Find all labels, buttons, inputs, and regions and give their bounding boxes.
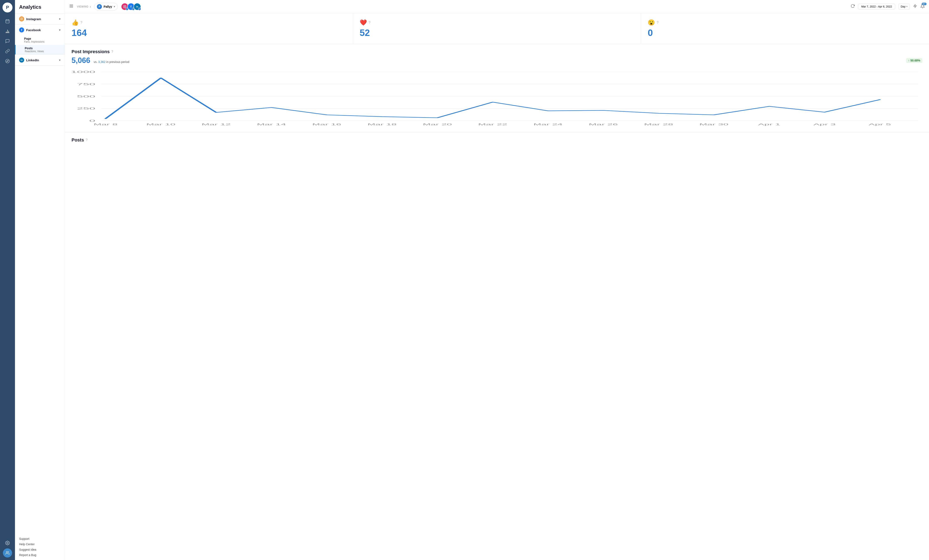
sidebar-section-linkedin: in LinkedIn ▾: [15, 55, 65, 66]
instagram-chevron-icon: ▾: [59, 17, 60, 21]
other-emoji: 😮: [648, 19, 655, 26]
svg-marker-21: [914, 5, 917, 8]
chart-prev-value: 3,362: [98, 60, 106, 64]
chat-icon[interactable]: [3, 37, 12, 46]
sidebar-item-facebook-page[interactable]: Page Fans, Impressions: [15, 35, 65, 45]
sidebar-section-facebook: f Facebook ▾ Page Fans, Impressions Post…: [15, 24, 65, 55]
report-bug-link[interactable]: Report a Bug: [19, 553, 60, 557]
linkedin-avatar[interactable]: in ✓: [133, 3, 141, 11]
instagram-platform-icon: [19, 17, 24, 21]
facebook-chevron-icon: ▾: [59, 28, 60, 32]
sidebar-item-facebook[interactable]: f Facebook ▾: [15, 24, 65, 35]
badge-arrow-icon: ↑: [908, 59, 910, 62]
metric-card-reactions: ❤️ ? 52: [353, 13, 641, 44]
page-title: Analytics: [19, 4, 60, 10]
svg-text:Mar 14: Mar 14: [257, 123, 286, 126]
likes-emoji: 👍: [72, 19, 79, 26]
line-chart: 1000 750 500 250 0 Mar 8 Ma: [72, 69, 922, 127]
account-dropdown-icon: ▾: [114, 5, 115, 8]
platform-avatars: ✓ f ✓ in ✓: [121, 3, 141, 11]
svg-text:Apr 5: Apr 5: [869, 123, 891, 126]
dashboard: 👍 ? 164 ❤️ ? 52 😮 ? 0: [65, 13, 929, 560]
linkedin-label: LinkedIn: [26, 58, 39, 62]
svg-rect-0: [6, 20, 9, 23]
refresh-icon[interactable]: [851, 4, 855, 9]
other-value: 0: [648, 28, 653, 38]
svg-text:Mar 18: Mar 18: [368, 123, 397, 126]
icon-sidebar: P: [0, 0, 15, 560]
svg-text:Apr 3: Apr 3: [813, 123, 836, 126]
link-icon[interactable]: [3, 47, 12, 56]
account-logo: P: [97, 4, 102, 9]
svg-text:Mar 20: Mar 20: [423, 123, 452, 126]
posts-section: Posts ?: [65, 132, 929, 148]
linkedin-check-badge: ✓: [138, 8, 141, 11]
support-link[interactable]: Support: [19, 537, 60, 540]
day-period-button[interactable]: Day ▾: [898, 3, 910, 9]
other-help-icon[interactable]: ?: [657, 21, 659, 24]
metric-card-other: 😮 ? 0: [641, 13, 929, 44]
metrics-row: 👍 ? 164 ❤️ ? 52 😮 ? 0: [65, 13, 929, 44]
svg-rect-18: [124, 5, 126, 8]
likes-help-icon[interactable]: ?: [80, 21, 82, 24]
posts-help-icon[interactable]: ?: [86, 138, 87, 142]
svg-text:750: 750: [77, 83, 95, 86]
viewing-label: VIEWING ›: [77, 5, 91, 9]
chart-section: Post Impressions ? 5,066 vs. 3,362 in pr…: [65, 44, 929, 132]
svg-point-8: [6, 59, 9, 63]
svg-text:Mar 10: Mar 10: [146, 123, 175, 126]
reactions-help-icon[interactable]: ?: [369, 21, 371, 24]
sidebar-item-facebook-posts[interactable]: Posts Reactions, Views: [15, 45, 65, 54]
svg-text:Mar 30: Mar 30: [699, 123, 728, 126]
date-range-text: Mar 7, 2022 - Apr 6, 2022: [861, 5, 892, 8]
calendar-icon[interactable]: [3, 17, 12, 26]
svg-text:Mar 26: Mar 26: [589, 123, 618, 126]
topbar: VIEWING › P Pallyy ▾ ✓ f ✓ in ✓ Mar 7, 2: [65, 0, 929, 13]
chart-help-icon[interactable]: ?: [111, 50, 113, 54]
badge-value: 50.68%: [911, 59, 920, 62]
svg-text:Mar 28: Mar 28: [644, 123, 673, 126]
reactions-value: 52: [360, 28, 370, 38]
sidebar-item-instagram[interactable]: Instagram ▾: [15, 14, 65, 24]
svg-point-14: [22, 18, 23, 18]
sidebar-item-linkedin[interactable]: in LinkedIn ▾: [15, 55, 65, 66]
svg-text:Mar 16: Mar 16: [312, 123, 342, 126]
svg-point-20: [125, 6, 126, 6]
app-logo[interactable]: P: [3, 3, 12, 12]
svg-point-13: [21, 18, 22, 20]
svg-text:0: 0: [89, 119, 95, 122]
svg-text:Mar 24: Mar 24: [533, 123, 563, 126]
suggest-idea-link[interactable]: Suggest Idea: [19, 548, 60, 551]
instagram-label: Instagram: [26, 17, 41, 21]
settings-icon[interactable]: [3, 539, 12, 548]
svg-text:Mar 8: Mar 8: [94, 123, 118, 126]
date-range-button[interactable]: Mar 7, 2022 - Apr 6, 2022: [858, 3, 895, 9]
facebook-platform-icon: f: [19, 28, 24, 32]
compass-icon[interactable]: [3, 57, 12, 66]
line-chart-container: 1000 750 500 250 0 Mar 8 Ma: [72, 69, 922, 127]
account-name: Pallyy: [104, 5, 112, 8]
sidebar-section-instagram: Instagram ▾: [15, 14, 65, 24]
help-center-link[interactable]: Help Center: [19, 543, 60, 546]
facebook-posts-title: Posts: [25, 47, 60, 50]
account-selector[interactable]: P Pallyy ▾: [94, 3, 118, 11]
svg-marker-9: [7, 60, 8, 62]
menu-icon[interactable]: [69, 4, 74, 9]
svg-rect-12: [20, 18, 23, 20]
linkedin-chevron-icon: ▾: [59, 58, 60, 62]
notification-button[interactable]: 50+: [920, 4, 925, 9]
svg-text:500: 500: [77, 95, 95, 98]
svg-text:Mar 12: Mar 12: [202, 123, 231, 126]
chart-badge: ↑ 50.68%: [906, 58, 922, 63]
svg-text:Mar 22: Mar 22: [478, 123, 507, 126]
chart-bar-icon[interactable]: [3, 27, 12, 36]
period-dropdown-icon: ▾: [906, 5, 908, 8]
svg-text:Apr 1: Apr 1: [758, 123, 780, 126]
facebook-label: Facebook: [26, 28, 41, 32]
notification-badge: 50+: [922, 3, 926, 5]
linkedin-platform-icon: in: [19, 58, 24, 63]
bolt-icon[interactable]: [913, 4, 917, 9]
svg-text:1000: 1000: [72, 70, 95, 73]
avatar-icon[interactable]: [3, 548, 12, 557]
left-sidebar: Analytics Instagram ▾ f Facebook ▾ Page …: [15, 0, 65, 560]
